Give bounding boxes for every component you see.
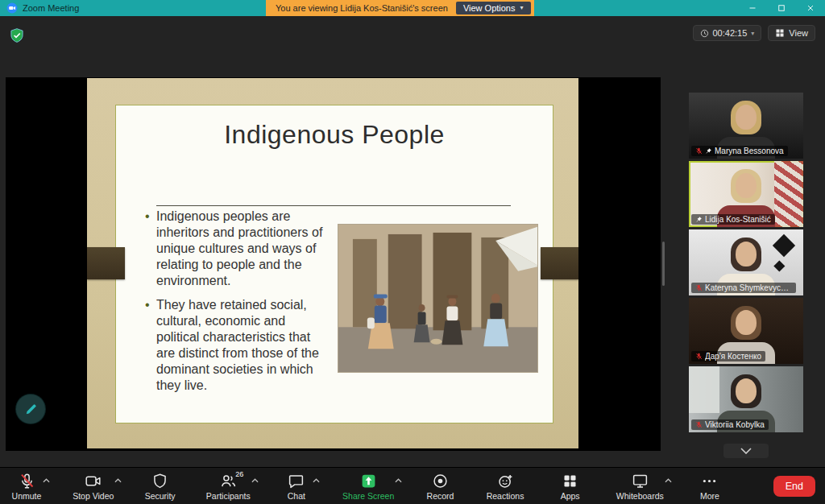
mic-muted-icon xyxy=(695,147,703,155)
participant-tile-lidija[interactable]: Lidija Kos-Stanišić xyxy=(689,161,803,227)
background-decor xyxy=(689,366,719,413)
toolbar-label: Participants xyxy=(206,491,251,501)
chevron-up-icon[interactable] xyxy=(395,473,402,485)
participant-tile-viktoriia[interactable]: Viktoriia Kobylka xyxy=(689,366,803,432)
participant-nameplate: Дар'я Костенко xyxy=(691,351,765,361)
background-decor xyxy=(774,161,803,227)
bullet-item: Indigenous peoples are inheritors and pr… xyxy=(145,209,325,289)
scrollbar-thumb[interactable] xyxy=(662,242,665,286)
chat-button[interactable]: Chat xyxy=(273,468,320,504)
participant-name: Lidija Kos-Stanišić xyxy=(705,215,771,224)
chevron-up-icon[interactable] xyxy=(313,473,320,485)
background-decor xyxy=(773,234,795,257)
view-options-button[interactable]: View Options ▾ xyxy=(456,2,531,14)
zoom-meeting-window: Zoom Meeting You are viewing Lidija Kos-… xyxy=(0,0,825,504)
toolbar-label: Whiteboards xyxy=(616,491,664,501)
chevron-up-icon[interactable] xyxy=(114,473,122,485)
maximize-button[interactable] xyxy=(767,0,796,16)
meeting-security-shield-icon[interactable] xyxy=(8,27,26,45)
toolbar-label: Security xyxy=(145,491,176,501)
reactions-smiley-icon xyxy=(497,473,514,490)
minimize-button[interactable] xyxy=(738,0,767,16)
annotate-pencil-button[interactable] xyxy=(16,395,45,423)
participant-nameplate: Viktoriia Kobylka xyxy=(691,419,769,430)
record-button[interactable]: Record xyxy=(417,468,463,504)
toolbar-label: Stop Video xyxy=(73,491,114,501)
record-icon xyxy=(432,473,449,490)
whiteboards-button[interactable]: Whiteboards xyxy=(608,468,672,504)
apps-grid-icon xyxy=(562,473,578,490)
chevron-down-icon[interactable]: ▾ xyxy=(751,30,754,37)
view-button[interactable]: View xyxy=(768,25,815,41)
end-meeting-button[interactable]: End xyxy=(773,476,815,497)
toolbar-label: Share Screen xyxy=(342,491,394,501)
participants-button[interactable]: 26 Participants xyxy=(198,468,259,504)
participant-name: Kateryna Shymkevych,... xyxy=(705,283,792,292)
meeting-toolbar: Unmute Stop Video Security xyxy=(0,467,825,504)
viewing-banner: You are viewing Lidija Kos-Stanišić's sc… xyxy=(266,0,534,16)
window-title: Zoom Meeting xyxy=(23,3,79,13)
slide-photo-street-scene xyxy=(338,224,538,373)
toolbar-label: Chat xyxy=(288,491,305,501)
stop-video-button[interactable]: Stop Video xyxy=(64,468,122,504)
participants-sidebar: Maryna Bessonova Lidija Kos-Stanišić xyxy=(689,93,803,458)
collapse-sidebar-button[interactable] xyxy=(723,444,769,458)
apps-button[interactable]: Apps xyxy=(547,468,594,504)
video-camera-icon xyxy=(85,473,102,490)
shield-icon xyxy=(151,473,168,490)
title-bar: Zoom Meeting You are viewing Lidija Kos-… xyxy=(0,0,825,16)
shared-screen-stage: Indigenous People Indigenous peoples are… xyxy=(6,77,661,451)
slide-divider-line xyxy=(156,205,511,206)
toolbar-label: More xyxy=(700,491,719,501)
participant-tile-kateryna[interactable]: Kateryna Shymkevych,... xyxy=(689,229,803,295)
pin-icon xyxy=(695,216,703,223)
slide-bullet-list: Indigenous peoples are inheritors and pr… xyxy=(145,209,325,402)
title-bar-left: Zoom Meeting xyxy=(6,2,79,14)
slide-ornament-right xyxy=(541,247,578,279)
toolbar-items: Unmute Stop Video Security xyxy=(3,468,733,504)
more-button[interactable]: More xyxy=(686,468,733,504)
chevron-up-icon[interactable] xyxy=(251,473,259,485)
toolbar-label: Record xyxy=(427,491,454,501)
security-button[interactable]: Security xyxy=(137,468,184,504)
mic-muted-icon xyxy=(695,353,703,360)
toolbar-label: Reactions xyxy=(487,491,524,501)
toolbar-label: Apps xyxy=(561,491,580,501)
pin-icon xyxy=(705,147,712,155)
participants-icon xyxy=(220,473,237,490)
more-dots-icon xyxy=(701,473,718,490)
meeting-timer[interactable]: 00:42:15 ▾ xyxy=(693,25,762,41)
participant-name: Viktoriia Kobylka xyxy=(705,420,765,429)
clock-icon xyxy=(700,29,709,38)
zoom-logo-icon xyxy=(6,2,18,14)
slide-title: Indigenous People xyxy=(116,120,553,150)
mic-muted-icon xyxy=(695,421,703,428)
viewing-banner-text: You are viewing Lidija Kos-Stanišić's sc… xyxy=(276,3,448,13)
chevron-up-icon[interactable] xyxy=(43,473,50,485)
close-button[interactable] xyxy=(796,0,825,16)
participant-nameplate: Maryna Bessonova xyxy=(691,146,788,156)
participant-name: Maryna Bessonova xyxy=(715,147,784,155)
participant-nameplate: Lidija Kos-Stanišić xyxy=(691,214,775,225)
participants-count-badge: 26 xyxy=(235,470,243,478)
presentation-slide: Indigenous People Indigenous peoples are… xyxy=(87,78,578,448)
chevron-up-icon[interactable] xyxy=(665,473,672,485)
slide-ornament-left xyxy=(87,247,125,279)
participant-nameplate: Kateryna Shymkevych,... xyxy=(691,283,796,293)
view-label: View xyxy=(789,28,808,38)
participant-name: Дар'я Костенко xyxy=(705,352,761,361)
view-options-label: View Options xyxy=(463,3,516,13)
reactions-button[interactable]: Reactions xyxy=(479,468,533,504)
chevron-down-icon: ▾ xyxy=(520,5,523,11)
microphone-muted-icon xyxy=(19,473,35,490)
toolbar-label: Unmute xyxy=(12,491,42,501)
share-screen-icon xyxy=(360,473,377,490)
mic-muted-icon xyxy=(695,284,703,291)
unmute-button[interactable]: Unmute xyxy=(3,468,50,504)
chat-bubble-icon xyxy=(288,473,305,490)
slide-content-panel: Indigenous People Indigenous peoples are… xyxy=(115,105,553,423)
share-screen-button[interactable]: Share Screen xyxy=(334,468,402,504)
grid-view-icon xyxy=(775,28,785,38)
participant-tile-daria[interactable]: Дар'я Костенко xyxy=(689,298,803,364)
participant-tile-maryna[interactable]: Maryna Bessonova xyxy=(689,93,803,159)
